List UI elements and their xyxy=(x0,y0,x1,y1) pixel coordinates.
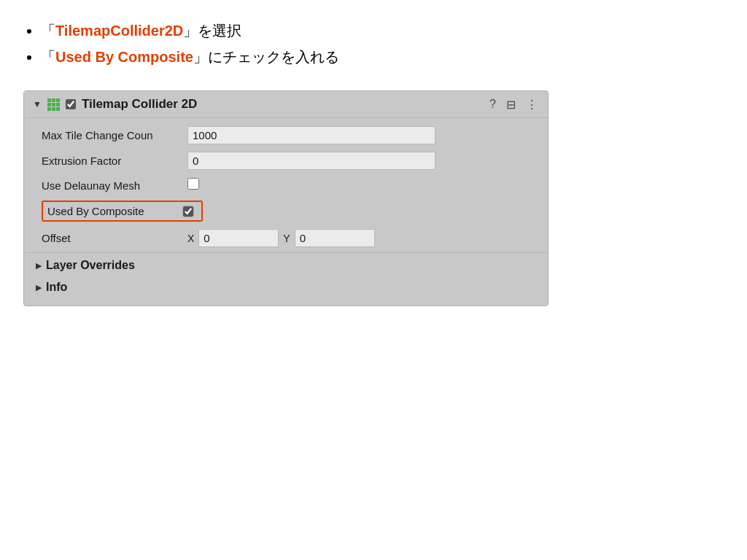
offset-label: Offset xyxy=(42,232,187,244)
offset-y-input[interactable] xyxy=(295,229,375,247)
layer-overrides-label: Layer Overrides xyxy=(46,259,135,272)
use-delaunay-mesh-value xyxy=(187,178,536,192)
max-tile-change-count-label: Max Tile Change Coun xyxy=(42,129,187,141)
component-title: Tilemap Collider 2D xyxy=(82,97,482,112)
max-tile-change-count-input[interactable] xyxy=(187,126,436,144)
used-by-composite-checkbox[interactable] xyxy=(183,206,193,217)
collapse-arrow-icon[interactable]: ▼ xyxy=(33,99,42,109)
extrusion-factor-value xyxy=(187,152,536,170)
info-section[interactable]: ▶ Info xyxy=(24,276,548,298)
extrusion-factor-label: Extrusion Factor xyxy=(42,155,187,167)
use-delaunay-mesh-row: Use Delaunay Mesh xyxy=(24,174,548,197)
grid-icon xyxy=(47,98,60,111)
extrusion-factor-input[interactable] xyxy=(187,152,436,170)
layer-overrides-arrow-icon: ▶ xyxy=(36,261,42,271)
instructions-block: 「TilemapCollider2D」を選択 「Used By Composit… xyxy=(23,18,724,70)
component-body: Max Tile Change Coun Extrusion Factor Us… xyxy=(24,118,548,306)
used-by-composite-label: Used By Composite xyxy=(47,205,175,217)
used-by-composite-checkbox-wrapper xyxy=(182,206,194,217)
max-tile-change-count-row: Max Tile Change Coun xyxy=(24,122,548,148)
offset-x-label: X xyxy=(187,233,194,244)
offset-fields: X Y xyxy=(187,229,375,247)
component-enabled-checkbox[interactable] xyxy=(66,99,76,109)
info-label: Info xyxy=(46,281,67,294)
instruction-line-1: 「TilemapCollider2D」を選択 xyxy=(41,18,724,44)
info-arrow-icon: ▶ xyxy=(36,283,42,292)
divider-1 xyxy=(24,252,548,253)
instruction-line-2: 「Used By Composite」にチェックを入れる xyxy=(41,44,724,70)
max-tile-change-count-value xyxy=(187,126,536,144)
used-by-composite-highlight-box: Used By Composite xyxy=(42,201,203,222)
help-button[interactable]: ? xyxy=(488,98,498,111)
offset-x-input[interactable] xyxy=(198,229,279,247)
use-delaunay-mesh-checkbox[interactable] xyxy=(187,178,199,190)
header-icons: ? ⊟ ⋮ xyxy=(488,98,539,112)
more-options-button[interactable]: ⋮ xyxy=(525,98,539,112)
component-panel: ▼ Tilemap Collider 2D ? ⊟ ⋮ Max Tile Cha… xyxy=(23,90,549,306)
used-by-composite-row: Used By Composite xyxy=(24,197,548,225)
use-delaunay-mesh-label: Use Delaunay Mesh xyxy=(42,179,187,192)
layer-overrides-section[interactable]: ▶ Layer Overrides xyxy=(24,254,548,276)
extrusion-factor-row: Extrusion Factor xyxy=(24,148,548,174)
offset-y-label: Y xyxy=(283,233,290,244)
settings-button[interactable]: ⊟ xyxy=(505,98,517,112)
offset-row: Offset X Y xyxy=(24,225,548,251)
component-header: ▼ Tilemap Collider 2D ? ⊟ ⋮ xyxy=(24,91,548,118)
